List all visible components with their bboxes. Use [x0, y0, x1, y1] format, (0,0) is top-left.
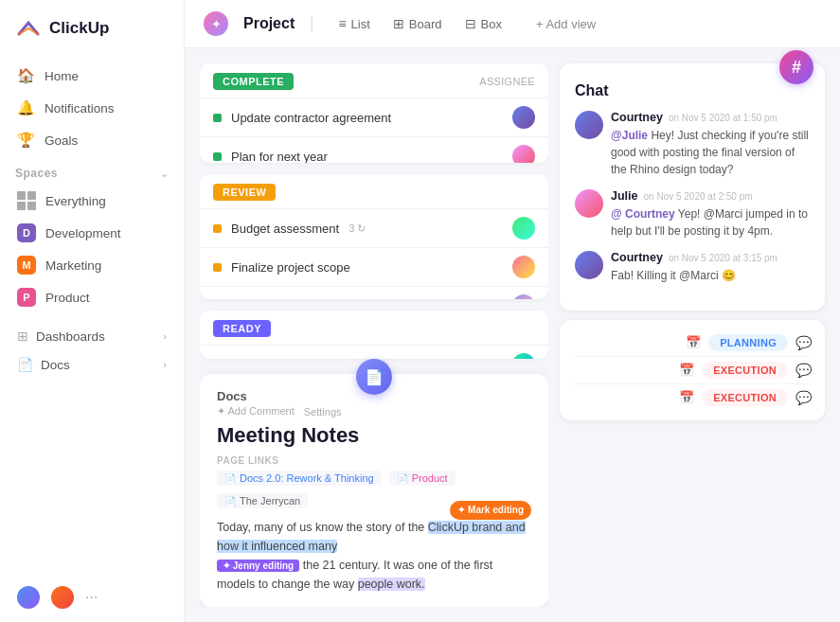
task-name: Finalize project scope — [231, 260, 350, 275]
topbar-project-title: Project — [243, 15, 295, 32]
settings-btn[interactable]: Settings — [304, 405, 342, 418]
chat-bubble-icon2[interactable]: 💬 — [795, 363, 812, 378]
execution-badge-2[interactable]: EXECUTION — [702, 389, 788, 406]
page-link-product[interactable]: 📄 Product — [389, 471, 456, 486]
task-row[interactable]: Finalize project scope — [200, 247, 548, 286]
task-row[interactable]: Plan for next year — [200, 136, 548, 163]
page-link-jerrycan-label: The Jerrycan — [240, 495, 300, 506]
task-avatar — [512, 256, 535, 278]
task-row[interactable]: Gather key resources — [200, 286, 548, 299]
logo-area[interactable]: ClickUp — [0, 15, 184, 61]
chat-text: @Julie Hey! Just checking if you're stil… — [611, 127, 810, 178]
docs-content: ✦ Mark editing Today, many of us know th… — [217, 518, 531, 594]
calendar-icon3: 📅 — [679, 390, 694, 405]
sidebar-item-dashboards[interactable]: ⊞ Dashboards › — [8, 322, 176, 350]
sidebar-item-home[interactable]: 🏠 Home — [8, 61, 176, 91]
task-list-panel: COMPLETE ASSIGNEE Update contractor agre… — [200, 63, 548, 607]
page-links-label: PAGE LINKS — [217, 455, 531, 466]
spaces-list: Everything D Development M Marketing P P… — [0, 186, 184, 314]
board-label: Board — [409, 17, 442, 31]
sidebar-item-everything[interactable]: Everything — [8, 186, 176, 216]
task-count: 3 ↻ — [349, 222, 366, 235]
mark-editing-badge: ✦ Mark editing — [450, 501, 531, 520]
smile-emoji: 😊 — [722, 269, 736, 282]
chat-avatar-julie — [575, 189, 603, 218]
right-panels: # Chat Courtney on Nov 5 2020 at 1:50 pm… — [560, 63, 825, 607]
page-link-docs[interactable]: 📄 Docs 2.0: Rework & Thinking — [217, 471, 382, 486]
chat-time: on Nov 5 2020 at 3:15 pm — [669, 253, 777, 263]
add-comment-btn[interactable]: ✦ Add Comment — [217, 405, 295, 418]
chevron-right-icon: › — [163, 330, 167, 342]
sidebar-item-notifications[interactable]: 🔔 Notifications — [8, 93, 176, 123]
chat-text: @ Courtney Yep! @Marci jumped in to help… — [611, 205, 810, 240]
assignee-label: ASSIGNEE — [479, 76, 535, 87]
sidebar-item-marketing[interactable]: M Marketing — [8, 250, 176, 280]
topbar-nav: ≡ List ⊞ Board ⊟ Box — [329, 11, 511, 36]
chat-body: Courtney on Nov 5 2020 at 3:15 pm Fab! K… — [611, 251, 810, 284]
bottom-sections: ⊞ Dashboards › 📄 Docs › — [0, 322, 184, 379]
task-row[interactable]: New contractor agreement — [200, 345, 548, 359]
dashboards-icon: ⊞ — [17, 329, 28, 344]
sidebar-item-product[interactable]: P Product — [8, 282, 176, 312]
task-row[interactable]: Update contractor agreement — [200, 98, 548, 136]
task-avatar — [512, 145, 535, 163]
docs-panel: 📄 Docs ✦ Add Comment Settings Meeting No… — [200, 374, 548, 607]
everything-label: Everything — [45, 194, 106, 208]
sidebar-item-goals[interactable]: 🏆 Goals — [8, 125, 176, 155]
task-section-review: REVIEW Budget assessment 3 ↻ Finalize pr… — [200, 174, 548, 299]
execution-badge-1[interactable]: EXECUTION — [702, 362, 788, 379]
task-avatar — [512, 353, 535, 359]
nav-box[interactable]: ⊟ Box — [456, 11, 511, 36]
doc-icon3: 📄 — [224, 496, 236, 506]
home-icon: 🏠 — [17, 67, 35, 84]
sidebar-item-home-label: Home — [45, 69, 79, 83]
dashboards-label: Dashboards — [36, 329, 105, 344]
calendar-icon2: 📅 — [679, 363, 694, 378]
status-badge-complete: COMPLETE — [213, 73, 294, 90]
chat-title: Chat — [575, 82, 810, 99]
sidebar-bottom: ··· — [0, 573, 184, 622]
add-view-label: + Add view — [536, 17, 596, 31]
chat-message-1: Julie on Nov 5 2020 at 2:50 pm @ Courtne… — [575, 189, 810, 240]
list-icon: ≡ — [338, 16, 346, 31]
docs-highlight-purple: people work. — [358, 578, 425, 591]
task-name: Gather key resources — [231, 299, 349, 300]
page-link-jerrycan[interactable]: 📄 The Jerrycan — [217, 493, 308, 508]
chat-bubble-icon[interactable]: 💬 — [795, 335, 812, 350]
chat-time: on Nov 5 2020 at 2:50 pm — [644, 191, 753, 202]
calendar-icon: 📅 — [686, 335, 701, 350]
task-dot — [213, 263, 222, 272]
hash-symbol: # — [792, 58, 801, 78]
spaces-header: Spaces ⌄ — [15, 167, 169, 180]
chat-bubble-icon3[interactable]: 💬 — [795, 390, 812, 405]
task-dot — [213, 152, 222, 161]
list-label: List — [351, 17, 370, 31]
chevron-down-icon[interactable]: ⌄ — [160, 168, 169, 180]
planning-badge[interactable]: PLANNING — [708, 334, 788, 351]
project-icon: ✦ — [204, 11, 228, 36]
status-badge-review: REVIEW — [213, 184, 276, 201]
chat-time: on Nov 5 2020 at 1:50 pm — [669, 113, 777, 123]
chat-avatar-courtney — [575, 111, 603, 139]
doc-icon: 📄 — [224, 473, 236, 484]
sidebar-item-development[interactable]: D Development — [8, 218, 176, 248]
add-view-button[interactable]: + Add view — [527, 12, 605, 36]
bell-icon: 🔔 — [17, 99, 35, 116]
sidebar-item-notifications-label: Notifications — [45, 101, 115, 116]
chat-sender: Courtney — [611, 251, 663, 264]
chat-panel: # Chat Courtney on Nov 5 2020 at 1:50 pm… — [560, 63, 825, 311]
topbar: ✦ Project | ≡ List ⊞ Board ⊟ Box + Add v… — [185, 0, 840, 48]
sidebar-item-docs[interactable]: 📄 Docs › — [8, 350, 176, 379]
nav-board[interactable]: ⊞ Board — [384, 11, 452, 36]
more-dots: ··· — [85, 589, 98, 606]
avatar-s — [15, 584, 42, 611]
task-row[interactable]: Budget assessment 3 ↻ — [200, 208, 548, 247]
nav-list[interactable]: ≡ List — [329, 11, 379, 36]
chat-hash-button[interactable]: # — [779, 50, 813, 84]
task-name: Plan for next year — [231, 150, 328, 164]
docs-label: Docs — [41, 358, 70, 372]
topbar-divider: | — [310, 15, 313, 32]
docs-icon-button[interactable]: 📄 — [356, 359, 392, 395]
content-area: COMPLETE ASSIGNEE Update contractor agre… — [185, 48, 840, 622]
product-dot: P — [17, 288, 36, 307]
